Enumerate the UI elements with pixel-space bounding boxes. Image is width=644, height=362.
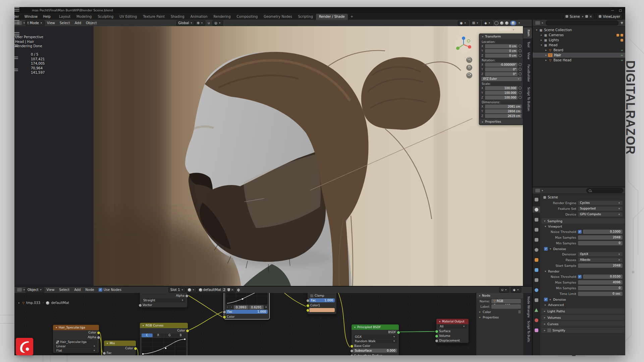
location-field[interactable]: Z0 cm	[481, 53, 522, 58]
navigation-gizmo[interactable]	[454, 36, 473, 54]
denoise-checkbox[interactable]	[544, 298, 548, 301]
rotation-field[interactable]: X-0.000069°	[481, 62, 522, 67]
render-subsection-header[interactable]: ▾Render	[544, 269, 625, 274]
point-x-field[interactable]: 0.3993	[234, 305, 249, 309]
bsdf-output-socket[interactable]	[397, 331, 400, 334]
interpolation-dropdown[interactable]: Linear▾	[55, 344, 97, 348]
expand-icon[interactable]: ▾	[535, 28, 539, 32]
options-dropdown[interactable]: Options ▾	[498, 27, 515, 31]
node-image-texture-fragment[interactable]: Alpha Straight▾ Vector	[140, 293, 187, 308]
alpha-output-socket[interactable]	[185, 294, 189, 298]
node-name-field[interactable]: ▽ RGB Curves.001	[491, 299, 521, 303]
workspace-tab[interactable]: Render / Shade	[316, 14, 348, 20]
shader-type-dropdown[interactable]: Object▾	[25, 287, 44, 293]
use-nodes-toggle[interactable]: Use Nodes	[99, 288, 121, 292]
expand-icon[interactable]: ▸	[539, 39, 543, 42]
dimension-field[interactable]: Z2619 cm	[481, 114, 522, 118]
distribution-dropdown[interactable]: GGX▾	[353, 335, 397, 339]
rotation-field[interactable]: Z0°	[481, 72, 522, 76]
fac-input-socket[interactable]	[103, 352, 106, 355]
workspace-tab[interactable]: Shading	[168, 14, 187, 20]
tab-object[interactable]	[533, 257, 540, 263]
viewport-subsection-header[interactable]: ▾Viewport	[544, 224, 625, 229]
color1-input-socket[interactable]	[306, 304, 310, 307]
subsurface-method-dropdown[interactable]: Random Walk▾	[353, 339, 397, 343]
volume-input-socket[interactable]	[435, 335, 438, 338]
clamp-checkbox[interactable]	[310, 294, 313, 297]
workspace-tab[interactable]: Geometry Nodes	[261, 14, 295, 20]
image-file-field[interactable]: Hair_Specular.tga	[55, 340, 97, 344]
transform-orientation-dropdown[interactable]: Global▾	[176, 20, 195, 26]
outliner-row-base-head[interactable]: ▸ ▽ Base Head ≈	[533, 58, 625, 63]
users-count-badge[interactable]: 2	[222, 288, 226, 292]
start-sample-field[interactable]: 2048	[578, 263, 623, 268]
add-workspace-button[interactable]: +	[348, 15, 356, 18]
properties-search-field[interactable]	[586, 188, 623, 193]
pan-tool-icon[interactable]	[466, 65, 472, 71]
volumes-section[interactable]: ▸Volumes	[541, 315, 625, 320]
viewport-menu-add[interactable]: Add	[72, 21, 84, 25]
workspace-tab[interactable]: Animation	[187, 14, 211, 20]
fac-slider[interactable]: Fac1.000	[309, 298, 335, 302]
viewport-render[interactable]	[94, 26, 532, 286]
outliner-row-cameras[interactable]: ▸ ▦ Cameras	[533, 33, 625, 38]
tab-output[interactable]	[533, 217, 540, 223]
editor-type-icon[interactable]	[17, 288, 22, 292]
next-point-button[interactable]: ›	[230, 305, 233, 309]
node-canvas[interactable]: ▸ ▽ tmp.033 › defaultMat Alpha Straight▾…	[14, 293, 532, 355]
surface-input-socket[interactable]	[435, 330, 438, 333]
shading-rendered-active[interactable]	[510, 21, 516, 25]
render-denoise-header[interactable]: ▸Denoise	[544, 297, 625, 302]
side-tab[interactable]: Item	[523, 27, 532, 39]
shading-wireframe-icon[interactable]	[494, 21, 498, 25]
point-y-field[interactable]: 0.6291	[249, 305, 264, 309]
scale-field[interactable]: Z100.000	[481, 95, 522, 100]
side-tab[interactable]: View	[523, 50, 532, 61]
render-engine-dropdown[interactable]: Cycles▾	[578, 201, 623, 205]
camera-view-icon[interactable]	[466, 72, 472, 78]
advanced-header[interactable]: ▸Advanced	[544, 302, 625, 307]
fac-slider[interactable]: Fac1.000	[226, 310, 268, 314]
gizmos-toggle[interactable]: ⊞▾	[470, 20, 481, 26]
outliner-row-lights[interactable]: ▸ ▦ Lights	[533, 38, 625, 43]
node-principled-bsdf[interactable]: ▾ Principled BSDF BSDF GGX▾ Random Walk▾…	[351, 324, 399, 355]
location-field[interactable]: X0 cm	[481, 44, 522, 48]
node-mix-clamp[interactable]: Clamp Fac1.000 Color1	[307, 293, 337, 314]
expand-icon[interactable]: ▸	[544, 59, 548, 62]
app-menu-item[interactable]: Window	[22, 15, 40, 18]
viewport-menu-view[interactable]: View	[45, 21, 57, 25]
tab-view-layer[interactable]	[533, 227, 540, 233]
scene-selector[interactable]: Scene▾ ✕	[563, 14, 594, 19]
unlink-scene-icon[interactable]: ✕	[589, 15, 592, 18]
displacement-input-socket[interactable]	[435, 339, 438, 343]
channel-b-button[interactable]: B	[175, 334, 186, 337]
editor-type-icon[interactable]	[535, 21, 540, 25]
lock-icon[interactable]	[519, 72, 522, 75]
color-output-socket[interactable]	[97, 331, 100, 335]
lock-icon[interactable]	[519, 91, 522, 94]
location-field[interactable]: Y0 cm	[481, 49, 522, 53]
lock-icon[interactable]	[519, 68, 522, 71]
tab-constraints[interactable]	[533, 297, 540, 303]
expand-icon[interactable]: ▾	[539, 44, 543, 47]
denoise-checkbox[interactable]	[544, 247, 548, 251]
tab-render[interactable]	[533, 206, 540, 213]
expand-icon[interactable]: ▸	[544, 49, 548, 52]
workspace-tab[interactable]: Compositing	[234, 14, 261, 20]
breadcrumb-object[interactable]: tmp.033	[26, 301, 40, 305]
pin-icon[interactable]	[237, 288, 240, 292]
viewport-3d[interactable]: User PerspectiveHead | HairRendering Don…	[14, 26, 532, 286]
workspace-tab[interactable]: UV Editing	[116, 14, 140, 20]
use-nodes-checkbox[interactable]	[99, 288, 102, 292]
alpha-output-socket[interactable]	[97, 336, 100, 339]
properties-panel-collapsed[interactable]: ▸ Properties	[479, 119, 524, 124]
viewport-denoise-header[interactable]: ▾Denoise	[544, 246, 625, 251]
simplify-checkbox[interactable]	[547, 328, 551, 332]
time-limit-field[interactable]: 0 sec	[578, 292, 623, 296]
proportional-edit-dropdown[interactable]: ◎▾	[212, 20, 223, 26]
lock-icon[interactable]	[519, 86, 522, 89]
curve-widget[interactable]	[142, 338, 186, 355]
shading-material-icon[interactable]	[505, 21, 508, 25]
denoiser-dropdown[interactable]: OptiX▾	[578, 252, 623, 256]
render-noise-threshold-field[interactable]: 0.0100	[583, 275, 623, 279]
